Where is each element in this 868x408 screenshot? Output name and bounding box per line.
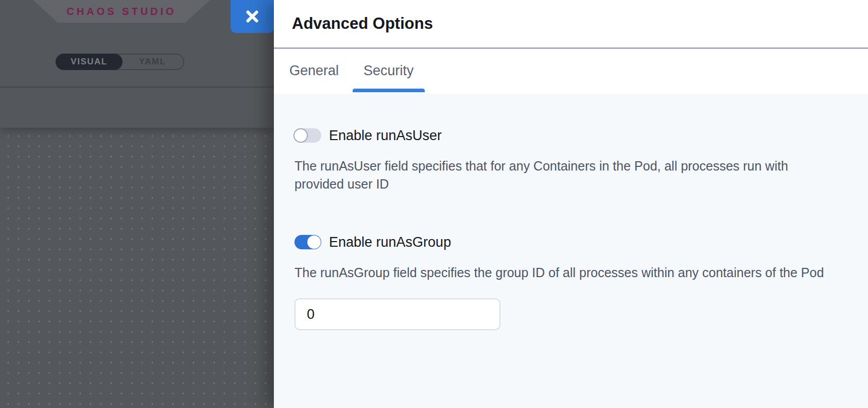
run-as-group-toggle[interactable] [294, 235, 321, 249]
close-drawer-button[interactable] [231, 0, 274, 33]
drawer-tabs: General Security [274, 49, 868, 92]
toggle-knob [307, 235, 321, 249]
advanced-options-drawer: Advanced Options General Security Enable… [274, 0, 868, 408]
tab-general-label: General [289, 63, 339, 79]
yaml-mode-button[interactable]: YAML [121, 55, 183, 69]
tab-security-label: Security [363, 63, 414, 79]
visual-mode-button[interactable]: VISUAL [56, 54, 123, 70]
tab-security[interactable]: Security [363, 49, 414, 92]
run-as-user-row: Enable runAsUser [294, 128, 844, 143]
banner-title: CHAOS STUDIO [66, 6, 176, 18]
chaos-studio-canvas: CHAOS STUDIO VISUAL YAML [0, 0, 274, 408]
drawer-header: Advanced Options [274, 0, 868, 49]
run-as-user-label: Enable runAsUser [329, 128, 442, 144]
run-as-user-toggle[interactable] [294, 128, 321, 143]
tab-general[interactable]: General [289, 49, 339, 92]
chaos-studio-banner: CHAOS STUDIO [33, 0, 210, 23]
toggle-knob [293, 128, 308, 143]
run-as-group-row: Enable runAsGroup [294, 234, 844, 250]
run-as-user-description: The runAsUser field specifies that for a… [294, 157, 834, 193]
active-tab-underline [353, 89, 425, 92]
run-as-group-description: The runAsGroup field specifies the group… [294, 264, 834, 282]
security-tab-content: Enable runAsUser The runAsUser field spe… [274, 94, 868, 408]
run-as-group-label: Enable runAsGroup [329, 234, 451, 250]
canvas-dot-grid [0, 128, 274, 408]
drawer-title: Advanced Options [292, 14, 433, 33]
run-as-group-input[interactable] [294, 298, 500, 330]
view-mode-toggle[interactable]: VISUAL YAML [56, 54, 184, 70]
close-icon [245, 9, 260, 24]
